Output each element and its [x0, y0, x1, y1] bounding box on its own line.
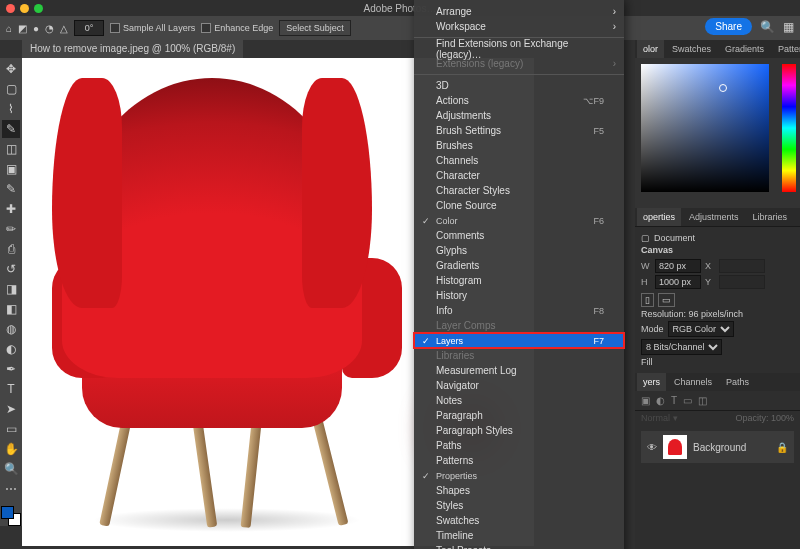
y-field[interactable] [719, 275, 765, 289]
tab-gradients[interactable]: Gradients [719, 40, 770, 58]
color-swatch-pair[interactable] [1, 506, 21, 526]
orientation-landscape-icon[interactable]: ▭ [658, 293, 675, 307]
menu-item-timeline[interactable]: Timeline [414, 528, 624, 543]
menu-item-gradients[interactable]: Gradients [414, 258, 624, 273]
menu-item-paragraph[interactable]: Paragraph [414, 408, 624, 423]
menu-item-character[interactable]: Character [414, 168, 624, 183]
menu-item-tool-presets[interactable]: Tool Presets [414, 543, 624, 549]
menu-item-histogram[interactable]: Histogram [414, 273, 624, 288]
menu-item-arrange[interactable]: Arrange [414, 4, 624, 19]
tab-properties[interactable]: operties [637, 208, 681, 226]
saturation-value-field[interactable] [641, 64, 769, 192]
menu-item-adjustments[interactable]: Adjustments [414, 108, 624, 123]
width-field[interactable] [655, 259, 701, 273]
menu-item-patterns[interactable]: Patterns [414, 453, 624, 468]
hand-tool[interactable]: ✋ [2, 440, 20, 458]
menu-item-comments[interactable]: Comments [414, 228, 624, 243]
angle-field[interactable] [74, 20, 104, 36]
tab-color[interactable]: olor [637, 40, 664, 58]
blend-mode-select[interactable]: Normal ▾ [641, 413, 678, 423]
x-field[interactable] [719, 259, 765, 273]
tab-layers[interactable]: yers [637, 373, 666, 391]
dodge-tool[interactable]: ◐ [2, 340, 20, 358]
menu-item-history[interactable]: History [414, 288, 624, 303]
menu-item-shapes[interactable]: Shapes [414, 483, 624, 498]
gradient-tool[interactable]: ◧ [2, 300, 20, 318]
home-icon[interactable]: ⌂ [6, 19, 12, 37]
eyedropper-tool[interactable]: ✎ [2, 180, 20, 198]
healing-brush-tool[interactable]: ✚ [2, 200, 20, 218]
tab-adjustments[interactable]: Adjustments [683, 208, 745, 226]
pen-tool[interactable]: ✒ [2, 360, 20, 378]
minimize-window-button[interactable] [20, 4, 29, 13]
mode-select[interactable]: RGB Color [668, 321, 734, 337]
tab-patterns[interactable]: Patterns [772, 40, 800, 58]
height-field[interactable] [655, 275, 701, 289]
menu-item-navigator[interactable]: Navigator [414, 378, 624, 393]
tab-channels[interactable]: Channels [668, 373, 718, 391]
path-select-tool[interactable]: ➤ [2, 400, 20, 418]
eraser-tool[interactable]: ◨ [2, 280, 20, 298]
blur-tool[interactable]: ◍ [2, 320, 20, 338]
workspace-icon[interactable]: ▦ [783, 20, 794, 34]
share-button[interactable]: Share [705, 18, 752, 35]
history-brush-tool[interactable]: ↺ [2, 260, 20, 278]
menu-item-properties[interactable]: Properties [414, 468, 624, 483]
depth-select[interactable]: 8 Bits/Channel [641, 339, 722, 355]
menu-item-paragraph-styles[interactable]: Paragraph Styles [414, 423, 624, 438]
menu-item-layers[interactable]: LayersF7 [414, 333, 624, 348]
menu-item-notes[interactable]: Notes [414, 393, 624, 408]
layer-row-background[interactable]: 👁 Background 🔒 [641, 431, 794, 463]
clone-stamp-tool[interactable]: ⎙ [2, 240, 20, 258]
menu-item-glyphs[interactable]: Glyphs [414, 243, 624, 258]
move-tool[interactable]: ✥ [2, 60, 20, 78]
shape-tool[interactable]: ▭ [2, 420, 20, 438]
select-subject-button[interactable]: Select Subject [279, 20, 351, 36]
menu-item-character-styles[interactable]: Character Styles [414, 183, 624, 198]
zoom-window-button[interactable] [34, 4, 43, 13]
menu-item-workspace[interactable]: Workspace [414, 19, 624, 34]
filter-pixel-icon[interactable]: ▣ [641, 395, 650, 406]
tab-paths[interactable]: Paths [720, 373, 755, 391]
menu-item-color[interactable]: ColorF6 [414, 213, 624, 228]
close-window-button[interactable] [6, 4, 15, 13]
menu-item-info[interactable]: InfoF8 [414, 303, 624, 318]
marquee-tool[interactable]: ▢ [2, 80, 20, 98]
menu-item-actions[interactable]: Actions⌥F9 [414, 93, 624, 108]
menu-item-find-extensions-on-exchange-legacy-[interactable]: Find Extensions on Exchange (legacy)… [414, 41, 624, 56]
lasso-tool[interactable]: ⌇ [2, 100, 20, 118]
filter-adjust-icon[interactable]: ◐ [656, 395, 665, 406]
lock-icon[interactable]: 🔒 [776, 442, 788, 453]
menu-item-channels[interactable]: Channels [414, 153, 624, 168]
color-picker[interactable] [635, 58, 800, 208]
brush-icon[interactable]: ● [33, 19, 39, 37]
foreground-color-swatch[interactable] [1, 506, 14, 519]
quick-select-tool[interactable]: ✎ [2, 120, 20, 138]
menu-item-brush-settings[interactable]: Brush SettingsF5 [414, 123, 624, 138]
menu-item-swatches[interactable]: Swatches [414, 513, 624, 528]
filter-smart-icon[interactable]: ◫ [698, 395, 707, 406]
hue-strip[interactable] [782, 64, 796, 192]
document-tab[interactable]: How to remove image.jpeg @ 100% (RGB/8#) [22, 40, 243, 58]
visibility-toggle-icon[interactable]: 👁 [647, 442, 657, 453]
layer-thumbnail[interactable] [663, 435, 687, 459]
brush-tool[interactable]: ✏ [2, 220, 20, 238]
brush-picker-icon[interactable]: ◔ [45, 19, 54, 37]
search-icon[interactable]: 🔍 [760, 20, 775, 34]
crop-tool[interactable]: ◫ [2, 140, 20, 158]
opacity-value[interactable]: 100% [771, 413, 794, 423]
sample-all-layers-checkbox[interactable]: Sample All Layers [110, 23, 195, 33]
menu-item-measurement-log[interactable]: Measurement Log [414, 363, 624, 378]
enhance-edge-checkbox[interactable]: Enhance Edge [201, 23, 273, 33]
edit-toolbar-icon[interactable]: ⋯ [2, 480, 20, 498]
menu-item-clone-source[interactable]: Clone Source [414, 198, 624, 213]
type-tool[interactable]: T [2, 380, 20, 398]
filter-type-icon[interactable]: T [671, 395, 677, 406]
orientation-portrait-icon[interactable]: ▯ [641, 293, 654, 307]
menu-item-brushes[interactable]: Brushes [414, 138, 624, 153]
menu-item-3d[interactable]: 3D [414, 78, 624, 93]
tool-preset-icon[interactable]: ◩ [18, 19, 27, 37]
menu-item-paths[interactable]: Paths [414, 438, 624, 453]
zoom-tool[interactable]: 🔍 [2, 460, 20, 478]
menu-item-styles[interactable]: Styles [414, 498, 624, 513]
